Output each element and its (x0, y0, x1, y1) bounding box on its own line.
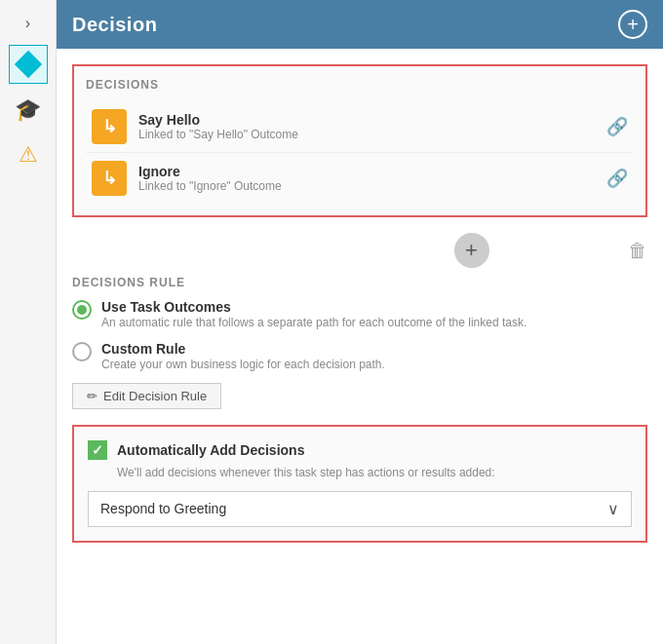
custom-rule-name: Custom Rule (101, 341, 647, 357)
custom-rule-desc: Create your own business logic for each … (101, 357, 647, 373)
rule-option-task-outcomes[interactable]: Use Task Outcomes An automatic rule that… (72, 299, 647, 331)
task-outcomes-text: Use Task Outcomes An automatic rule that… (101, 299, 647, 331)
edit-icon: ✏ (87, 389, 98, 403)
say-hello-text: Say Hello Linked to "Say Hello" Outcome (138, 112, 599, 141)
add-circle-center: + (72, 233, 628, 268)
say-hello-icon-box: ↳ (92, 109, 127, 144)
main-panel: Decision + DECISIONS ↳ Say Hello Linked … (57, 0, 663, 644)
custom-rule-text: Custom Rule Create your own business log… (101, 341, 647, 373)
radio-task-outcomes-fill (77, 305, 87, 315)
content-area: DECISIONS ↳ Say Hello Linked to "Say Hel… (57, 49, 663, 644)
say-hello-name: Say Hello (138, 112, 599, 128)
edit-decision-rule-button[interactable]: ✏ Edit Decision Rule (72, 383, 221, 409)
decisions-section-label: DECISIONS (86, 78, 634, 92)
auto-add-header: ✓ Automatically Add Decisions (88, 440, 632, 460)
rule-section-label: DECISIONS RULE (72, 276, 647, 289)
chevron-down-icon: ∨ (607, 500, 619, 518)
auto-add-checkbox[interactable]: ✓ (88, 440, 107, 460)
dropdown-selected-value: Respond to Greeting (100, 501, 226, 516)
decisions-section: DECISIONS ↳ Say Hello Linked to "Say Hel… (72, 64, 647, 217)
sidebar-item-document[interactable]: 🎓 (10, 92, 47, 129)
say-hello-link-icon[interactable]: 🔗 (606, 116, 628, 137)
ignore-link-icon[interactable]: 🔗 (606, 168, 628, 189)
sidebar: › 🎓 ⚠ (0, 0, 57, 644)
decisions-rule-section: DECISIONS RULE Use Task Outcomes An auto… (72, 276, 647, 409)
sidebar-collapse-button[interactable]: › (15, 10, 42, 37)
delete-button[interactable]: 🗑 (628, 240, 647, 262)
task-outcomes-desc: An automatic rule that follows a separat… (101, 315, 647, 331)
diamond-icon (14, 51, 41, 78)
ignore-name: Ignore (138, 164, 599, 179)
radio-custom-rule[interactable] (72, 342, 92, 361)
say-hello-arrow-icon: ↳ (102, 116, 117, 137)
task-outcomes-name: Use Task Outcomes (101, 299, 647, 315)
warning-icon: ⚠ (19, 142, 38, 168)
header-add-button[interactable]: + (618, 10, 647, 39)
rule-option-custom[interactable]: Custom Rule Create your own business log… (72, 341, 647, 373)
ignore-icon-box: ↳ (92, 161, 127, 196)
auto-add-label: Automatically Add Decisions (117, 442, 304, 458)
decision-item-say-hello[interactable]: ↳ Say Hello Linked to "Say Hello" Outcom… (86, 101, 634, 153)
trash-icon: 🗑 (628, 240, 647, 261)
auto-add-section: ✓ Automatically Add Decisions We'll add … (72, 425, 647, 543)
add-decision-button[interactable]: + (454, 233, 489, 268)
action-buttons-row: + 🗑 (72, 233, 647, 268)
ignore-sub: Linked to "Ignore" Outcome (138, 179, 599, 193)
ignore-arrow-icon: ↳ (102, 168, 117, 189)
document-icon: 🎓 (15, 97, 41, 123)
auto-add-desc: We'll add decisions whenever this task s… (117, 466, 632, 479)
decision-item-ignore[interactable]: ↳ Ignore Linked to "Ignore" Outcome 🔗 (86, 153, 634, 204)
edit-button-label: Edit Decision Rule (103, 389, 207, 403)
sidebar-item-warning[interactable]: ⚠ (10, 136, 47, 173)
auto-add-dropdown[interactable]: Respond to Greeting ∨ (88, 491, 632, 527)
edit-btn-row: ✏ Edit Decision Rule (72, 383, 647, 409)
sidebar-item-decision[interactable] (9, 45, 48, 84)
say-hello-sub: Linked to "Say Hello" Outcome (138, 128, 599, 141)
checkmark-icon: ✓ (92, 442, 103, 458)
radio-task-outcomes[interactable] (72, 300, 92, 320)
header: Decision + (57, 0, 663, 49)
page-title: Decision (72, 14, 157, 36)
ignore-text: Ignore Linked to "Ignore" Outcome (138, 164, 599, 193)
